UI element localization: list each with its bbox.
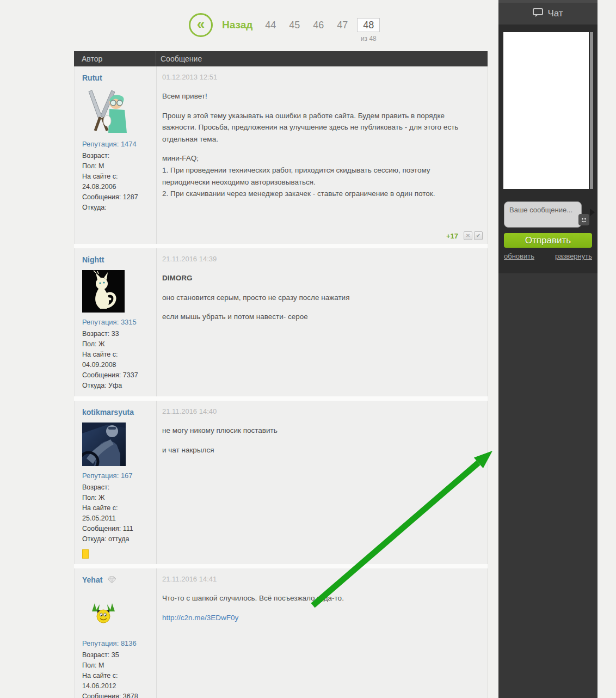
username-link[interactable]: Rutut [82, 74, 102, 82]
message-cell: 21.11.2016 14:39 DIMORG оно становится с… [156, 248, 487, 396]
post-nightt: Nightt Репутация: 3315 Возраст: 33 [74, 248, 488, 396]
profile-info: Возраст: Пол: Ж На сайте с: 25.05.2011 С… [82, 482, 152, 544]
chat-title: Чат [547, 8, 563, 19]
message-cell: 21.11.2016 14:41 Что-то с шапкой случило… [156, 568, 487, 698]
post-paragraph: 2. При скачивании через менеджер закачек… [162, 188, 476, 200]
post-link[interactable]: http://c2n.me/3EDwF0y [162, 614, 238, 622]
page-link-47[interactable]: 47 [336, 20, 348, 31]
info-age: Возраст: [82, 482, 152, 493]
diamond-badge-icon [107, 576, 116, 586]
avatar [82, 88, 152, 134]
page-total-label: из 48 [357, 35, 380, 42]
author-cell: Yehat [75, 568, 156, 698]
avatar [82, 423, 152, 466]
post-date: 21.11.2016 14:40 [162, 407, 482, 415]
vote-down-icon[interactable]: ✕ [464, 231, 472, 240]
chat-widget: Отправить обновить развернуть [498, 25, 597, 273]
chat-sidebar: Чат Отправить обновить развернуть [498, 0, 597, 698]
post-paragraph: оно становится серым, просто не сразу по… [162, 292, 476, 304]
username-link[interactable]: Yehat [82, 575, 102, 584]
vote-up-icon[interactable]: ✔ [474, 231, 483, 240]
message-cell: 01.12.2013 12:51 Всем привет! Прошу в эт… [156, 66, 487, 244]
back-link[interactable]: Назад [222, 19, 252, 31]
current-page-wrap: 48 из 48 [357, 18, 380, 32]
post-date: 21.11.2016 14:39 [162, 255, 482, 263]
current-page-input[interactable]: 48 [357, 18, 380, 32]
info-location: Откуда: Уфа [82, 381, 152, 391]
info-message-count: Сообщения: 3678 [82, 691, 152, 698]
post-paragraph: Прошу в этой тему указывать на ошибки в … [162, 110, 476, 145]
info-member-since: На сайте с: 24.08.2006 [82, 172, 152, 192]
post-kotikmarsyuta: kotikmarsyuta Репутаци [74, 401, 488, 564]
info-member-since: На сайте с: 04.09.2008 [82, 350, 152, 370]
chat-header: Чат [498, 0, 597, 25]
column-header-message: Сообщение [156, 51, 488, 66]
reputation-label: Репутация: 167 [82, 472, 152, 480]
profile-info: Возраст: Пол: М На сайте с: 24.08.2006 С… [82, 151, 152, 213]
emoji-picker-icon[interactable] [578, 214, 589, 225]
info-age: Возраст: [82, 151, 152, 161]
post-body: не могу никому плюсик поставить и чат на… [162, 425, 482, 456]
chat-message-input[interactable] [504, 201, 582, 228]
panel-collapse-icon[interactable] [590, 209, 595, 216]
chat-message-area[interactable] [503, 32, 589, 189]
info-location: Откуда: [82, 203, 152, 213]
reputation-label: Репутация: 3315 [82, 318, 152, 326]
chat-scrollbar[interactable] [590, 32, 593, 189]
author-cell: Rutut Репутация: 1474 Возраст: [75, 66, 156, 244]
avatar [82, 602, 152, 624]
table-header: Автор Сообщение [74, 51, 488, 66]
username-link[interactable]: kotikmarsyuta [82, 408, 134, 417]
post-paragraph: мини-FAQ; [162, 152, 476, 164]
post-paragraph: и чат накрылся [162, 444, 476, 456]
author-cell: Nightt Репутация: 3315 Возраст: 33 [75, 248, 156, 396]
info-gender: Пол: М [82, 161, 152, 172]
column-header-author: Автор [74, 51, 156, 66]
post-yehat: Yehat [74, 568, 488, 698]
rating-value: +17 [446, 232, 458, 240]
reputation-label: Репутация: 1474 [82, 140, 152, 148]
info-member-since: На сайте с: 14.06.2012 [82, 671, 152, 691]
post-body: DIMORG оно становится серым, просто не с… [162, 272, 482, 323]
pagination: « Назад 44 45 46 47 48 из 48 [189, 13, 380, 37]
page-link-45[interactable]: 45 [288, 20, 300, 31]
info-message-count: Сообщения: 111 [82, 524, 152, 534]
send-button[interactable]: Отправить [504, 233, 592, 248]
info-gender: Пол: Ж [82, 339, 152, 350]
post-date: 21.11.2016 14:41 [162, 575, 482, 583]
info-member-since: На сайте с: 25.05.2011 [82, 503, 152, 524]
page-link-46[interactable]: 46 [312, 20, 324, 31]
info-gender: Пол: Ж [82, 493, 152, 503]
post-paragraph: DIMORG [162, 272, 476, 284]
warning-card-icon [82, 549, 89, 559]
author-cell: kotikmarsyuta Репутаци [75, 401, 156, 564]
info-age: Возраст: 35 [82, 650, 152, 660]
post-date: 01.12.2013 12:51 [162, 73, 482, 81]
profile-info: Возраст: 35 Пол: М На сайте с: 14.06.201… [82, 650, 152, 698]
post-paragraph: Всем привет! [162, 90, 476, 102]
post-body: Что-то с шапкой случилось. Всё посъезжал… [162, 592, 482, 623]
back-icon[interactable]: « [189, 13, 213, 37]
info-gender: Пол: М [82, 660, 152, 671]
info-location: Откуда: оттуда [82, 534, 152, 544]
post-body: Всем привет! Прошу в этой тему указывать… [162, 90, 482, 200]
info-message-count: Сообщения: 7337 [82, 370, 152, 381]
chat-refresh-link[interactable]: обновить [504, 252, 534, 260]
forum-posts-table: Автор Сообщение Rutut Репут [74, 51, 488, 698]
reputation-label: Репутация: 8136 [82, 639, 152, 647]
post-rating: +17 ✕ ✔ [446, 231, 483, 240]
info-age: Возраст: 33 [82, 329, 152, 339]
post-paragraph: если мышь убрать и потом навести- серое [162, 311, 476, 323]
post-rutut: Rutut Репутация: 1474 Возраст: [74, 66, 488, 244]
post-paragraph: 1. При проведении технических работ, при… [162, 164, 476, 188]
message-cell: 21.11.2016 14:40 не могу никому плюсик п… [156, 401, 487, 564]
username-link[interactable]: Nightt [82, 255, 104, 264]
post-paragraph: Что-то с шапкой случилось. Всё посъезжал… [162, 592, 476, 604]
double-chevron-left-icon: « [197, 16, 205, 33]
page-link-44[interactable]: 44 [264, 20, 276, 31]
post-paragraph: не могу никому плюсик поставить [162, 425, 476, 437]
chat-bubble-icon [533, 8, 543, 20]
profile-info: Возраст: 33 Пол: Ж На сайте с: 04.09.200… [82, 329, 152, 391]
chat-expand-link[interactable]: развернуть [555, 252, 592, 260]
chat-links: обновить развернуть [504, 252, 592, 260]
